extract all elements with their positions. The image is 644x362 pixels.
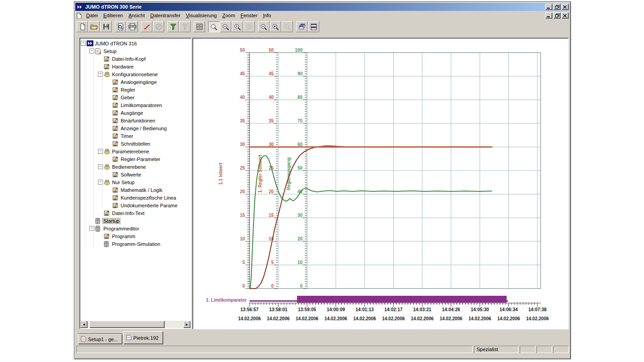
tree-item-programmeditor[interactable]: −Programmeditor	[81, 225, 190, 232]
zoom-horizontal-button[interactable]	[220, 21, 231, 32]
tree-item-regler[interactable]: Regler	[81, 86, 190, 93]
menu-datei[interactable]: Datei	[83, 12, 101, 19]
close-button[interactable]	[561, 4, 569, 10]
scroll-right-icon[interactable]: ►	[183, 321, 190, 328]
tree-item-label: Hardware	[111, 64, 135, 69]
collapse-icon[interactable]: −	[98, 72, 103, 77]
tree-item-schnittstellen[interactable]: Schnittstellen	[81, 140, 190, 147]
y-tick-label: 40	[268, 95, 274, 100]
tree-item-konfigurationsebene[interactable]: −Konfigurationsebene	[81, 70, 190, 78]
minimize-button[interactable]	[545, 12, 552, 19]
y-axis-title: 1. Regler Sollwert	[258, 154, 263, 193]
new-button[interactable]	[77, 21, 88, 32]
open-button[interactable]	[88, 21, 100, 32]
menu-zoom[interactable]: Zoom	[220, 12, 238, 19]
tab-setup1[interactable]: Setup1 - ge...	[78, 333, 122, 344]
zoom-in-button[interactable]	[270, 21, 281, 32]
tree-item-ausgänge[interactable]: Ausgänge	[81, 109, 190, 117]
tree-indent-guide	[89, 63, 98, 70]
tree-item-startup[interactable]: Startup	[81, 217, 190, 225]
filter-button[interactable]	[167, 21, 179, 32]
close-button[interactable]	[561, 12, 569, 19]
y-tick-label: 30	[268, 142, 274, 147]
tree-indent-guide	[89, 140, 98, 147]
tree-item-jumo-dtron-316[interactable]: −JUMO dTRON 316	[81, 39, 190, 47]
tree-indent-guide	[81, 70, 89, 78]
tree-item-binärfunktionen[interactable]: Binärfunktionen	[81, 117, 190, 124]
tab-label: Setup1 - ge...	[88, 337, 118, 342]
y-tick-label: 100	[295, 48, 302, 53]
cascade-windows-button[interactable]	[296, 21, 307, 32]
y-tick-label: 50	[268, 48, 274, 53]
tree-indent-guide	[81, 186, 89, 194]
menu-ansicht[interactable]: Ansicht	[126, 12, 147, 19]
scroll-left-icon[interactable]: ◄	[80, 321, 88, 328]
tree-item-programm[interactable]: Programm	[81, 232, 190, 240]
tree-indent-guide	[98, 117, 107, 124]
transfer-to-device-button[interactable]	[141, 21, 152, 32]
tree-indent-guide	[81, 101, 89, 109]
zoom-fit-button[interactable]	[208, 21, 220, 32]
tree-item-anzeige-bedienung[interactable]: Anzeige / Bedienung	[81, 124, 190, 132]
collapse-icon[interactable]: −	[98, 164, 103, 169]
archive-button[interactable]	[194, 21, 205, 32]
tab-pietrek192[interactable]: Pietrek.192	[123, 331, 163, 344]
tree-item-hardware[interactable]: Hardware	[81, 63, 190, 70]
menu-info[interactable]: Info	[260, 12, 274, 19]
jumo-device-icon	[87, 40, 94, 47]
save-button[interactable]	[100, 21, 112, 32]
menu-visualisierung[interactable]: Visualisierung	[183, 12, 220, 19]
collapse-icon[interactable]: −	[89, 226, 94, 231]
module-icon	[112, 140, 120, 147]
tree-item-analogeingänge[interactable]: Analogeingänge	[81, 78, 190, 86]
zoom-vertical-button[interactable]	[232, 21, 243, 32]
tree-horizontal-scrollbar[interactable]: ◄ ►	[80, 321, 190, 328]
tree-item-bedienerebene[interactable]: −Bedienerebene	[81, 163, 190, 171]
scrollbar-thumb[interactable]	[89, 321, 165, 328]
tree-item-geber[interactable]: Geber	[81, 93, 190, 101]
collapse-icon[interactable]: −	[81, 41, 86, 46]
tree-item-undokumentierte-parame[interactable]: Undokumentierte Parame	[81, 201, 190, 209]
tree-indent-guide	[89, 163, 98, 171]
module-icon	[112, 109, 120, 116]
menu-editieren[interactable]: Editieren	[101, 12, 126, 19]
tree-item-parameterebene[interactable]: −Parameterebene	[81, 147, 190, 155]
tree-indent-guide	[98, 86, 107, 93]
tree-indent-guide	[81, 47, 89, 55]
tree-indent-guide	[81, 140, 89, 147]
minimize-button[interactable]	[545, 4, 552, 10]
restore-button[interactable]	[553, 4, 561, 10]
zoom-out-button[interactable]	[258, 21, 269, 32]
tile-windows-button[interactable]	[308, 21, 319, 32]
print-preview-button[interactable]	[115, 21, 126, 32]
trend-chart[interactable]: 051015202530354045501.1 Istwert051015202…	[193, 39, 567, 328]
tree-item-datei-info-kopf[interactable]: Datei-Info-Kopf	[81, 55, 190, 63]
tree-item-limitkomparatoren[interactable]: Limitkomparatoren	[81, 101, 190, 109]
tree-item-timer[interactable]: Timer	[81, 132, 190, 140]
tree-item-nur-setup[interactable]: −Nur Setup	[81, 178, 190, 186]
level-icon	[104, 71, 111, 78]
funnel-green-icon	[170, 23, 177, 30]
tree-item-programm-simulation[interactable]: Programm-Simulation	[81, 240, 190, 248]
device-icon	[95, 225, 102, 232]
collapse-icon[interactable]: −	[98, 180, 103, 185]
tree-item-mathematik-logik[interactable]: Mathematik / Logik	[81, 186, 190, 194]
restore-button[interactable]	[553, 12, 561, 19]
level-icon	[104, 163, 111, 170]
collapse-icon[interactable]: −	[98, 149, 103, 154]
tree-item-kundenspezifische-linea[interactable]: Kundenspezifische Linea	[81, 194, 190, 201]
cascade-windows-icon	[298, 23, 306, 30]
tree-indent-guide	[98, 201, 107, 209]
document-icon[interactable]	[76, 12, 83, 19]
collapse-icon[interactable]: −	[89, 49, 94, 54]
tree-item-datei-info-text[interactable]: Datei-Info-Text	[81, 209, 190, 217]
tree-item-regler-parameter[interactable]: Regler-Parameter	[81, 155, 190, 163]
tree-item-label: Setup	[102, 49, 117, 54]
tree-item-sollwerte[interactable]: Sollwerte	[81, 171, 190, 178]
app-window: JUMO dTRON 300 Serie DateiEditierenAnsic…	[74, 1, 571, 359]
menu-fenster[interactable]: Fenster	[238, 12, 260, 19]
y-tick-label: 80	[298, 95, 303, 100]
tree-item-setup[interactable]: −Setup	[81, 47, 190, 55]
menu-datentransfer[interactable]: Datentransfer	[147, 12, 183, 19]
print-button[interactable]	[127, 21, 138, 32]
